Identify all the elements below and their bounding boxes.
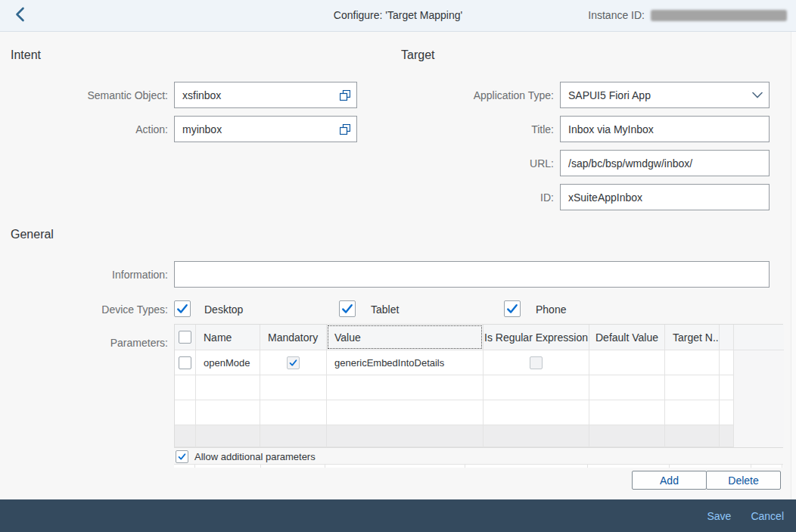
cell-is-regular-expression: [484, 350, 589, 375]
chevron-down-icon: [746, 82, 769, 107]
instance-id-label: Instance ID:: [588, 9, 645, 21]
column-header-name[interactable]: Name: [196, 325, 260, 350]
application-type-select[interactable]: SAPUI5 Fiori App: [560, 82, 770, 108]
checkmark-icon: [341, 303, 353, 315]
tablet-checkbox[interactable]: [339, 300, 356, 317]
allow-additional-parameters-label: Allow additional parameters: [194, 451, 316, 462]
table-row-filler: [175, 425, 734, 447]
application-type-value: SAPUI5 Fiori App: [561, 89, 746, 101]
cell-default-value[interactable]: [589, 350, 665, 375]
page-title: Configure: 'Target Mapping': [334, 9, 462, 21]
instance-id-redacted-value: [651, 10, 787, 21]
save-button[interactable]: Save: [707, 510, 731, 522]
desktop-checkbox-label: Desktop: [204, 303, 243, 316]
allow-additional-parameters-row: Allow additional parameters: [176, 450, 316, 463]
configure-target-mapping-dialog: Configure: 'Target Mapping' Instance ID:…: [0, 0, 796, 532]
partial-table-strip: [174, 464, 783, 468]
action-input[interactable]: [175, 117, 334, 142]
allow-additional-parameters-checkbox[interactable]: [176, 450, 188, 463]
column-header-default-value[interactable]: Default Value: [589, 325, 665, 350]
semantic-object-value-help-icon[interactable]: [334, 82, 356, 107]
page-scrollbar[interactable]: [791, 32, 796, 499]
id-label: ID:: [386, 191, 554, 204]
action-label: Action:: [0, 123, 168, 135]
action-value-help-icon[interactable]: [334, 117, 356, 142]
column-header-value[interactable]: Value: [327, 325, 484, 350]
action-field: [174, 116, 357, 142]
cell-mandatory: [260, 350, 327, 375]
select-all-checkbox[interactable]: [179, 331, 191, 344]
cell-value[interactable]: genericEmbedIntoDetails: [327, 350, 484, 375]
select-all-cell: [175, 325, 196, 350]
column-header-filler: [720, 325, 734, 350]
information-field: [174, 261, 770, 288]
checkmark-icon: [506, 303, 518, 315]
cell-target-n[interactable]: [665, 350, 720, 375]
instance-id-group: Instance ID:: [588, 9, 787, 21]
checkmark-icon: [176, 303, 188, 315]
delete-button[interactable]: Delete: [706, 471, 781, 490]
table-row-empty: [175, 375, 734, 400]
application-type-label: Application Type:: [386, 89, 554, 101]
device-types-label: Device Types:: [0, 303, 168, 316]
semantic-object-label: Semantic Object:: [0, 89, 168, 101]
tablet-checkbox-label: Tablet: [371, 303, 399, 316]
parameters-label: Parameters:: [0, 337, 168, 349]
target-section-title: Target: [401, 48, 434, 62]
title-label: Title:: [386, 123, 554, 135]
general-section-title: General: [11, 228, 54, 241]
id-field: [560, 184, 770, 210]
table-scroll-area[interactable]: [734, 325, 784, 447]
information-input[interactable]: [175, 262, 769, 287]
url-input[interactable]: [561, 151, 769, 176]
url-field: [560, 150, 770, 176]
parameters-table: Name Mandatory Value Is Regular Expressi…: [174, 324, 783, 448]
cancel-button[interactable]: Cancel: [751, 510, 784, 522]
table-header-row: Name Mandatory Value Is Regular Expressi…: [175, 325, 734, 350]
back-button[interactable]: [9, 6, 30, 26]
back-chevron-icon: [14, 7, 25, 25]
cell-name[interactable]: openMode: [196, 350, 260, 375]
table-action-buttons: Add Delete: [632, 471, 781, 490]
row-select-checkbox[interactable]: [179, 356, 191, 369]
phone-checkbox-label: Phone: [536, 303, 566, 316]
title-field: [560, 116, 770, 142]
information-label: Information:: [0, 269, 168, 281]
footer-bar: Save Cancel: [0, 499, 796, 532]
column-header-is-regular-expression[interactable]: Is Regular Expression: [484, 325, 589, 350]
title-input[interactable]: [561, 117, 769, 142]
phone-checkbox[interactable]: [504, 300, 521, 317]
row-select-cell: [175, 350, 196, 375]
is-regular-expression-checkbox[interactable]: [530, 356, 543, 369]
add-button[interactable]: Add: [632, 471, 707, 490]
column-header-target-n[interactable]: Target N...: [665, 325, 720, 350]
intent-section-title: Intent: [11, 48, 41, 62]
url-label: URL:: [386, 157, 554, 170]
header-bar: Configure: 'Target Mapping' Instance ID:: [0, 0, 796, 32]
parameters-table-main: Name Mandatory Value Is Regular Expressi…: [175, 325, 734, 447]
semantic-object-input[interactable]: [175, 82, 334, 107]
desktop-checkbox[interactable]: [174, 300, 191, 317]
mandatory-checkbox[interactable]: [287, 356, 300, 369]
column-header-mandatory[interactable]: Mandatory: [260, 325, 327, 350]
table-row-empty: [175, 400, 734, 425]
id-input[interactable]: [561, 185, 769, 210]
table-row: openMode genericEmbedIntoDetails: [175, 350, 734, 375]
cell-filler: [720, 350, 734, 375]
semantic-object-field: [174, 82, 357, 108]
